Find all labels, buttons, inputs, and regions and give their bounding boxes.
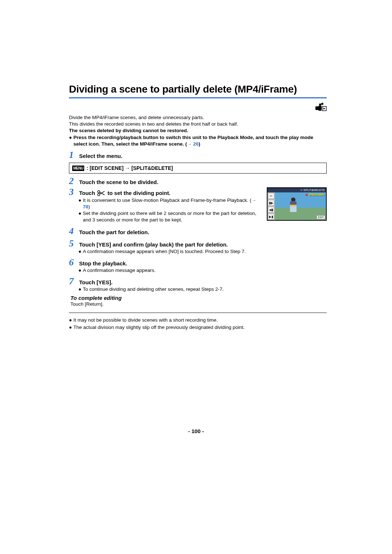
menu-path-text: : [EDIT SCENE] → [SPLIT&DELETE] [86, 165, 173, 171]
note-1: ● It may not be possible to divide scene… [69, 317, 327, 324]
pause-indicator-icon [306, 194, 308, 196]
step-2: 2 Touch the scene to be divided. [69, 176, 327, 186]
frame-back-button[interactable]: ◀▮ [268, 207, 274, 213]
svg-marker-5 [323, 107, 325, 110]
step-number: 7 [69, 277, 75, 286]
step-head: Touch [YES]. [79, 279, 113, 285]
menu-path-box: MENU : [EDIT SCENE] → [SPLIT&DELETE] [69, 163, 327, 174]
step-number: 2 [69, 176, 75, 186]
scissors-button[interactable]: ✂ [268, 193, 274, 199]
notes-block: ● It may not be possible to divide scene… [69, 317, 327, 331]
step-number: 5 [69, 239, 75, 248]
step-number: 6 [69, 258, 75, 267]
bullet-dot: ● [69, 134, 72, 147]
playback-mode-icon [315, 102, 327, 112]
svg-point-7 [98, 194, 100, 196]
step-head: Touch the scene to be divided. [79, 179, 158, 185]
intro-line-1: Divide the MP4/iFrame scenes, and delete… [69, 114, 327, 121]
step-number: 4 [69, 227, 75, 236]
step-head: Touch [YES] and confirm (play back) the … [79, 241, 228, 248]
complete-editing-body: Touch [Return]. [70, 301, 327, 307]
step-5: 5 Touch [YES] and confirm (play back) th… [69, 239, 327, 255]
person-illustration [289, 197, 297, 214]
note-2: ● The actual division may slightly slip … [69, 324, 327, 331]
step-5-bullet: ● A confirmation message appears when [N… [78, 248, 327, 255]
svg-point-6 [98, 191, 100, 193]
step-head: Select the menu. [79, 153, 122, 159]
step-3-wrap: ✂ SPLIT&DELETE ✂ ▮▶ ◀▮ ▶▮ 0h01m30s EXIT [69, 186, 327, 223]
step-head: Touch to set the dividing point. [79, 190, 171, 197]
page-number: - 100 - [0, 428, 392, 434]
step-7: 7 Touch [YES]. ● To continue dividing an… [69, 277, 327, 293]
step-head: Touch the part for deletion. [79, 229, 149, 235]
slow-forward-button[interactable]: ▮▶ [268, 200, 274, 206]
intro-block: Divide the MP4/iFrame scenes, and delete… [69, 114, 327, 147]
mode-icon-row [69, 102, 327, 112]
step-number: 1 [69, 150, 75, 160]
thumb-preview: 0h01m30s EXIT [275, 192, 326, 220]
step-7-bullet: ● To continue dividing and deleting othe… [78, 286, 327, 293]
thumb-timer: 0h01m30s [306, 193, 324, 196]
step-number: 3 [69, 187, 75, 197]
step-6: 6 Stop the playback. ● A confirmation me… [69, 258, 327, 274]
step-3-bullet-2: ● Set the dividing point so there will b… [78, 210, 263, 223]
step-4: 4 Touch the part for deletion. [69, 227, 327, 236]
menu-badge: MENU [72, 166, 84, 171]
svg-rect-1 [318, 106, 322, 111]
title-underline [69, 97, 327, 98]
section-divider [69, 313, 327, 313]
page-title: Dividing a scene to partially delete (MP… [69, 83, 327, 95]
page-content: Dividing a scene to partially delete (MP… [0, 0, 392, 331]
svg-rect-0 [315, 106, 318, 110]
intro-bullet-text: Press the recording/playback button to s… [73, 134, 327, 147]
step-head: Stop the playback. [79, 260, 127, 266]
play-pause-button[interactable]: ▶▮ [268, 213, 274, 220]
thumb-header: ✂ SPLIT&DELETE [268, 188, 326, 192]
intro-bullet: ● Press the recording/playback button to… [69, 134, 327, 147]
svg-point-2 [319, 103, 321, 106]
complete-editing-title: To complete editing [70, 295, 327, 301]
step-1: 1 Select the menu. [69, 150, 327, 160]
step-3-bullet-1: ● It is convenient to use Slow-motion Pl… [78, 197, 263, 210]
scissors-small-icon: ✂ [301, 189, 303, 191]
intro-line-2: This divides the recorded scenes in two … [69, 121, 327, 127]
page-link-26[interactable]: → 26 [187, 141, 199, 147]
screenshot-thumbnail: ✂ SPLIT&DELETE ✂ ▮▶ ◀▮ ▶▮ 0h01m30s EXIT [267, 187, 327, 221]
scissors-icon [97, 190, 105, 197]
exit-button[interactable]: EXIT [317, 215, 325, 219]
svg-point-3 [321, 103, 323, 105]
step-6-bullet: ● A confirmation message appears. [78, 267, 327, 274]
thumb-sidebar: ✂ ▮▶ ◀▮ ▶▮ [268, 192, 275, 220]
intro-line-3: The scenes deleted by dividing cannot be… [69, 127, 327, 134]
